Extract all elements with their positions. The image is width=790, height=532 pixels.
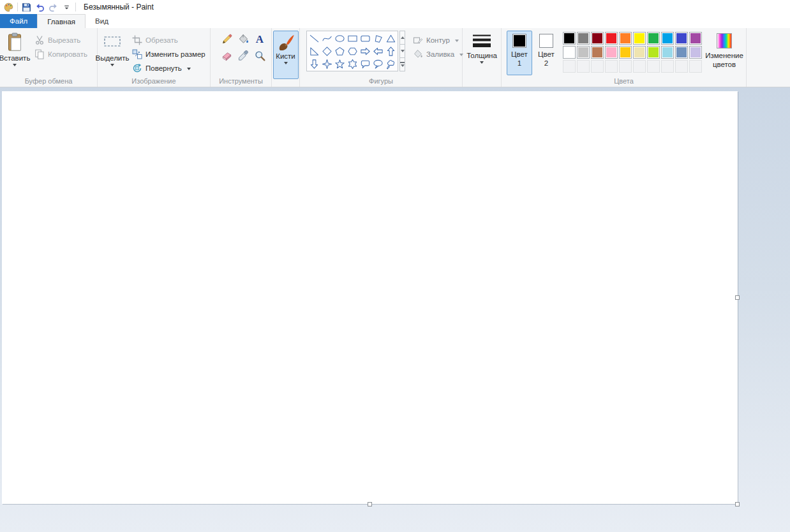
shape-four-point-star[interactable] bbox=[320, 57, 333, 70]
paint-app-icon[interactable] bbox=[2, 1, 15, 13]
outline-icon bbox=[413, 35, 423, 45]
shape-five-point-star[interactable] bbox=[333, 57, 346, 70]
palette-empty-slot[interactable] bbox=[689, 60, 702, 73]
customize-quick-access-button[interactable] bbox=[60, 1, 73, 13]
shapes-scroll-up-button[interactable] bbox=[399, 31, 405, 45]
tab-file[interactable]: Файл bbox=[0, 14, 37, 28]
palette-color-000000[interactable] bbox=[563, 32, 576, 45]
paint-window: Безымянный - Paint Файл Главная Вид Вста… bbox=[0, 0, 790, 532]
color2-button[interactable]: Цвет 2 bbox=[533, 31, 559, 75]
brush-icon bbox=[277, 34, 295, 52]
shape-rectangle[interactable] bbox=[346, 32, 359, 45]
canvas-resize-handle-bottom[interactable] bbox=[368, 502, 372, 506]
palette-color-b97a57[interactable] bbox=[591, 46, 604, 59]
outline-button[interactable]: Контур bbox=[410, 33, 466, 47]
select-icon bbox=[104, 36, 121, 47]
palette-color-7f7f7f[interactable] bbox=[577, 32, 590, 45]
cut-button[interactable]: Вырезать bbox=[32, 33, 90, 47]
fill-bucket-icon bbox=[413, 49, 423, 59]
save-button[interactable] bbox=[20, 1, 33, 13]
shape-oval[interactable] bbox=[333, 32, 346, 45]
shape-rounded-callout[interactable] bbox=[359, 57, 371, 70]
color1-button[interactable]: Цвет 1 bbox=[507, 31, 532, 75]
palette-color-a349a4[interactable] bbox=[689, 32, 702, 45]
palette-empty-slot[interactable] bbox=[675, 60, 688, 73]
undo-button[interactable] bbox=[33, 1, 47, 13]
palette-empty-slot[interactable] bbox=[647, 60, 660, 73]
paste-button[interactable]: Вставить bbox=[0, 31, 29, 66]
shape-down-arrow[interactable] bbox=[308, 57, 320, 70]
shape-oval-callout[interactable] bbox=[371, 57, 384, 70]
drawing-canvas[interactable] bbox=[2, 91, 738, 504]
palette-empty-slot[interactable] bbox=[563, 60, 576, 73]
palette-color-ed1c24[interactable] bbox=[605, 32, 618, 45]
select-label: Выделить bbox=[95, 54, 129, 62]
color-palette bbox=[563, 32, 703, 74]
tool-color-picker[interactable] bbox=[235, 47, 251, 64]
shape-hexagon[interactable] bbox=[346, 45, 359, 57]
palette-empty-slot[interactable] bbox=[633, 60, 646, 73]
shape-line[interactable] bbox=[308, 32, 320, 45]
shape-triangle[interactable] bbox=[384, 32, 397, 45]
shape-up-arrow[interactable] bbox=[384, 45, 397, 57]
palette-empty-slot[interactable] bbox=[661, 60, 674, 73]
tool-text[interactable]: A bbox=[251, 31, 268, 47]
shape-right-triangle[interactable] bbox=[308, 45, 320, 57]
tab-view[interactable]: Вид bbox=[86, 14, 118, 28]
shape-six-point-star[interactable] bbox=[346, 57, 359, 70]
palette-empty-slot[interactable] bbox=[577, 60, 590, 73]
tools-grid: A bbox=[218, 31, 271, 64]
resize-button[interactable]: Изменить размер bbox=[130, 47, 208, 61]
palette-color-fff200[interactable] bbox=[633, 32, 646, 45]
shape-curve[interactable] bbox=[320, 32, 333, 45]
palette-color-ffffff[interactable] bbox=[563, 46, 576, 59]
shapes-more-button[interactable] bbox=[399, 57, 405, 71]
rotate-button[interactable]: Повернуть bbox=[130, 61, 208, 75]
palette-color-c3c3c3[interactable] bbox=[577, 46, 590, 59]
tool-magnifier[interactable] bbox=[251, 47, 268, 64]
palette-color-7092be[interactable] bbox=[675, 46, 688, 59]
tool-pencil[interactable] bbox=[218, 31, 235, 47]
canvas-resize-handle-right[interactable] bbox=[735, 295, 740, 300]
crop-label: Обрезать bbox=[145, 36, 178, 44]
crop-button[interactable]: Обрезать bbox=[130, 33, 208, 47]
group-shapes: Контур Заливка Фигуры bbox=[300, 28, 463, 87]
palette-color-00a2e8[interactable] bbox=[661, 32, 674, 45]
edit-colors-button[interactable]: Изменение цветов bbox=[706, 31, 743, 70]
palette-color-99d9ea[interactable] bbox=[661, 46, 674, 59]
canvas-resize-handle-corner[interactable] bbox=[735, 502, 740, 506]
palette-empty-slot[interactable] bbox=[591, 60, 604, 73]
redo-button[interactable] bbox=[47, 1, 60, 13]
palette-color-efe4b0[interactable] bbox=[633, 46, 646, 59]
palette-color-b5e61d[interactable] bbox=[647, 46, 660, 59]
shape-rounded-rectangle[interactable] bbox=[359, 32, 371, 45]
palette-color-ff7f27[interactable] bbox=[619, 32, 632, 45]
shape-polygon[interactable] bbox=[371, 32, 384, 45]
tool-fill[interactable] bbox=[235, 31, 251, 47]
paste-dropdown-caret bbox=[13, 64, 17, 66]
copy-button[interactable]: Копировать bbox=[32, 47, 90, 61]
tool-eraser[interactable] bbox=[218, 47, 235, 64]
palette-color-22b14c[interactable] bbox=[647, 32, 660, 45]
palette-color-3f48cc[interactable] bbox=[675, 32, 688, 45]
size-button[interactable]: Толщина bbox=[464, 31, 500, 64]
tab-home[interactable]: Главная bbox=[37, 14, 86, 28]
palette-color-ffc90e[interactable] bbox=[619, 46, 632, 59]
ribbon-tabstrip: Файл Главная Вид bbox=[0, 14, 790, 28]
shape-right-arrow[interactable] bbox=[359, 45, 371, 57]
shape-left-arrow[interactable] bbox=[371, 45, 384, 57]
shape-fill-button[interactable]: Заливка bbox=[410, 47, 466, 61]
palette-color-ffaec9[interactable] bbox=[605, 46, 618, 59]
ribbon-empty-space bbox=[747, 28, 790, 87]
shape-pentagon[interactable] bbox=[333, 45, 346, 57]
window-title: Безымянный - Paint bbox=[84, 3, 154, 11]
palette-empty-slot[interactable] bbox=[619, 60, 632, 73]
brushes-button[interactable]: Кисти bbox=[273, 31, 299, 79]
select-button[interactable]: Выделить bbox=[98, 31, 127, 75]
palette-color-880015[interactable] bbox=[591, 32, 604, 45]
palette-empty-slot[interactable] bbox=[605, 60, 618, 73]
palette-color-c8bfe7[interactable] bbox=[689, 46, 702, 59]
shapes-scroll-down-button[interactable] bbox=[399, 44, 405, 58]
shape-diamond[interactable] bbox=[320, 45, 333, 57]
shape-cloud-callout[interactable] bbox=[384, 57, 397, 70]
